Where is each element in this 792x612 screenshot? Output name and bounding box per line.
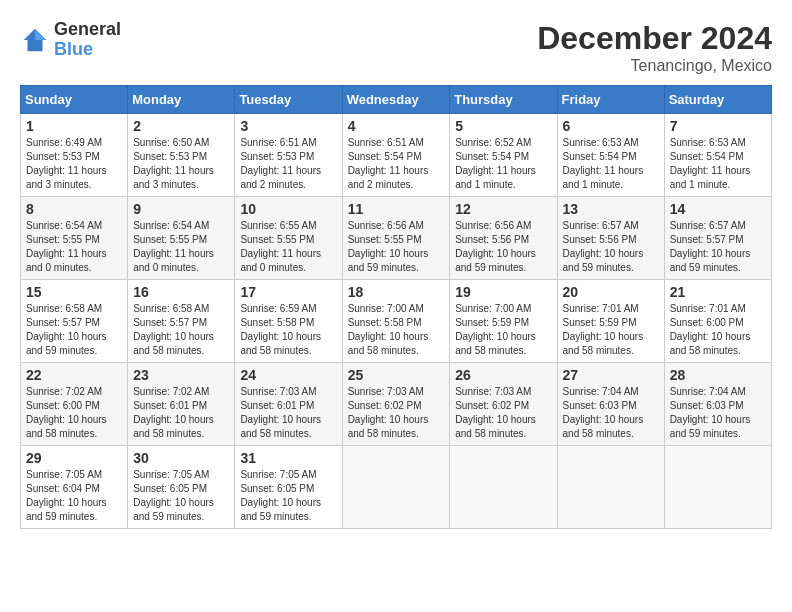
day-number: 12 — [455, 201, 551, 217]
calendar-cell: 18Sunrise: 7:00 AMSunset: 5:58 PMDayligh… — [342, 280, 450, 363]
day-detail: Sunrise: 7:05 AMSunset: 6:05 PMDaylight:… — [133, 468, 229, 524]
calendar-cell — [450, 446, 557, 529]
calendar-cell: 30Sunrise: 7:05 AMSunset: 6:05 PMDayligh… — [128, 446, 235, 529]
day-detail: Sunrise: 6:58 AMSunset: 5:57 PMDaylight:… — [26, 302, 122, 358]
day-header-wednesday: Wednesday — [342, 86, 450, 114]
day-header-thursday: Thursday — [450, 86, 557, 114]
day-number: 13 — [563, 201, 659, 217]
day-number: 19 — [455, 284, 551, 300]
calendar-cell: 20Sunrise: 7:01 AMSunset: 5:59 PMDayligh… — [557, 280, 664, 363]
day-detail: Sunrise: 6:56 AMSunset: 5:55 PMDaylight:… — [348, 219, 445, 275]
day-header-saturday: Saturday — [664, 86, 771, 114]
day-detail: Sunrise: 7:03 AMSunset: 6:01 PMDaylight:… — [240, 385, 336, 441]
day-detail: Sunrise: 7:01 AMSunset: 6:00 PMDaylight:… — [670, 302, 766, 358]
day-detail: Sunrise: 6:54 AMSunset: 5:55 PMDaylight:… — [133, 219, 229, 275]
calendar-cell: 28Sunrise: 7:04 AMSunset: 6:03 PMDayligh… — [664, 363, 771, 446]
calendar-cell — [664, 446, 771, 529]
day-number: 25 — [348, 367, 445, 383]
logo-icon — [20, 25, 50, 55]
day-number: 11 — [348, 201, 445, 217]
title-block: December 2024 Tenancingo, Mexico — [537, 20, 772, 75]
day-number: 23 — [133, 367, 229, 383]
day-detail: Sunrise: 6:53 AMSunset: 5:54 PMDaylight:… — [670, 136, 766, 192]
calendar-cell: 6Sunrise: 6:53 AMSunset: 5:54 PMDaylight… — [557, 114, 664, 197]
day-detail: Sunrise: 6:50 AMSunset: 5:53 PMDaylight:… — [133, 136, 229, 192]
calendar-cell: 25Sunrise: 7:03 AMSunset: 6:02 PMDayligh… — [342, 363, 450, 446]
day-number: 5 — [455, 118, 551, 134]
logo: General Blue — [20, 20, 121, 60]
day-detail: Sunrise: 7:01 AMSunset: 5:59 PMDaylight:… — [563, 302, 659, 358]
day-number: 18 — [348, 284, 445, 300]
calendar-cell: 9Sunrise: 6:54 AMSunset: 5:55 PMDaylight… — [128, 197, 235, 280]
day-detail: Sunrise: 6:59 AMSunset: 5:58 PMDaylight:… — [240, 302, 336, 358]
day-number: 10 — [240, 201, 336, 217]
calendar-cell: 2Sunrise: 6:50 AMSunset: 5:53 PMDaylight… — [128, 114, 235, 197]
day-number: 1 — [26, 118, 122, 134]
day-number: 29 — [26, 450, 122, 466]
calendar-cell: 21Sunrise: 7:01 AMSunset: 6:00 PMDayligh… — [664, 280, 771, 363]
calendar-cell — [342, 446, 450, 529]
day-number: 17 — [240, 284, 336, 300]
calendar-cell: 23Sunrise: 7:02 AMSunset: 6:01 PMDayligh… — [128, 363, 235, 446]
day-header-monday: Monday — [128, 86, 235, 114]
calendar-cell: 26Sunrise: 7:03 AMSunset: 6:02 PMDayligh… — [450, 363, 557, 446]
day-detail: Sunrise: 6:53 AMSunset: 5:54 PMDaylight:… — [563, 136, 659, 192]
calendar-cell: 27Sunrise: 7:04 AMSunset: 6:03 PMDayligh… — [557, 363, 664, 446]
calendar-week-2: 8Sunrise: 6:54 AMSunset: 5:55 PMDaylight… — [21, 197, 772, 280]
day-detail: Sunrise: 7:03 AMSunset: 6:02 PMDaylight:… — [348, 385, 445, 441]
day-number: 27 — [563, 367, 659, 383]
day-detail: Sunrise: 6:54 AMSunset: 5:55 PMDaylight:… — [26, 219, 122, 275]
calendar-cell: 8Sunrise: 6:54 AMSunset: 5:55 PMDaylight… — [21, 197, 128, 280]
calendar-cell: 14Sunrise: 6:57 AMSunset: 5:57 PMDayligh… — [664, 197, 771, 280]
calendar-cell: 16Sunrise: 6:58 AMSunset: 5:57 PMDayligh… — [128, 280, 235, 363]
day-detail: Sunrise: 7:03 AMSunset: 6:02 PMDaylight:… — [455, 385, 551, 441]
day-detail: Sunrise: 6:57 AMSunset: 5:56 PMDaylight:… — [563, 219, 659, 275]
day-number: 20 — [563, 284, 659, 300]
day-header-sunday: Sunday — [21, 86, 128, 114]
calendar-header-row: SundayMondayTuesdayWednesdayThursdayFrid… — [21, 86, 772, 114]
svg-marker-1 — [35, 29, 46, 40]
logo-line1: General — [54, 20, 121, 40]
calendar-cell — [557, 446, 664, 529]
day-detail: Sunrise: 6:55 AMSunset: 5:55 PMDaylight:… — [240, 219, 336, 275]
day-detail: Sunrise: 7:00 AMSunset: 5:59 PMDaylight:… — [455, 302, 551, 358]
day-detail: Sunrise: 6:57 AMSunset: 5:57 PMDaylight:… — [670, 219, 766, 275]
day-detail: Sunrise: 6:51 AMSunset: 5:54 PMDaylight:… — [348, 136, 445, 192]
calendar-cell: 22Sunrise: 7:02 AMSunset: 6:00 PMDayligh… — [21, 363, 128, 446]
day-number: 28 — [670, 367, 766, 383]
calendar-cell: 7Sunrise: 6:53 AMSunset: 5:54 PMDaylight… — [664, 114, 771, 197]
calendar-cell: 1Sunrise: 6:49 AMSunset: 5:53 PMDaylight… — [21, 114, 128, 197]
calendar-cell: 29Sunrise: 7:05 AMSunset: 6:04 PMDayligh… — [21, 446, 128, 529]
calendar-week-1: 1Sunrise: 6:49 AMSunset: 5:53 PMDaylight… — [21, 114, 772, 197]
day-number: 4 — [348, 118, 445, 134]
day-number: 9 — [133, 201, 229, 217]
page-header: General Blue December 2024 Tenancingo, M… — [20, 20, 772, 75]
calendar-cell: 10Sunrise: 6:55 AMSunset: 5:55 PMDayligh… — [235, 197, 342, 280]
day-number: 2 — [133, 118, 229, 134]
day-detail: Sunrise: 7:00 AMSunset: 5:58 PMDaylight:… — [348, 302, 445, 358]
day-detail: Sunrise: 6:58 AMSunset: 5:57 PMDaylight:… — [133, 302, 229, 358]
calendar-subtitle: Tenancingo, Mexico — [537, 57, 772, 75]
day-number: 24 — [240, 367, 336, 383]
calendar-table: SundayMondayTuesdayWednesdayThursdayFrid… — [20, 85, 772, 529]
day-number: 14 — [670, 201, 766, 217]
day-number: 7 — [670, 118, 766, 134]
calendar-cell: 12Sunrise: 6:56 AMSunset: 5:56 PMDayligh… — [450, 197, 557, 280]
calendar-cell: 5Sunrise: 6:52 AMSunset: 5:54 PMDaylight… — [450, 114, 557, 197]
day-number: 22 — [26, 367, 122, 383]
day-detail: Sunrise: 6:52 AMSunset: 5:54 PMDaylight:… — [455, 136, 551, 192]
day-number: 6 — [563, 118, 659, 134]
calendar-cell: 11Sunrise: 6:56 AMSunset: 5:55 PMDayligh… — [342, 197, 450, 280]
calendar-title: December 2024 — [537, 20, 772, 57]
calendar-cell: 15Sunrise: 6:58 AMSunset: 5:57 PMDayligh… — [21, 280, 128, 363]
day-detail: Sunrise: 7:05 AMSunset: 6:05 PMDaylight:… — [240, 468, 336, 524]
day-detail: Sunrise: 7:04 AMSunset: 6:03 PMDaylight:… — [670, 385, 766, 441]
day-detail: Sunrise: 7:05 AMSunset: 6:04 PMDaylight:… — [26, 468, 122, 524]
day-detail: Sunrise: 6:56 AMSunset: 5:56 PMDaylight:… — [455, 219, 551, 275]
day-header-tuesday: Tuesday — [235, 86, 342, 114]
day-number: 21 — [670, 284, 766, 300]
day-number: 31 — [240, 450, 336, 466]
logo-text: General Blue — [54, 20, 121, 60]
day-number: 15 — [26, 284, 122, 300]
day-number: 16 — [133, 284, 229, 300]
